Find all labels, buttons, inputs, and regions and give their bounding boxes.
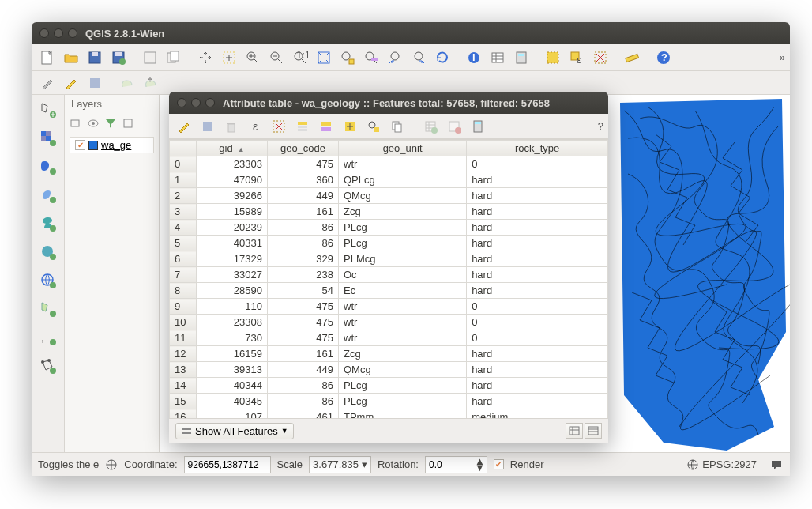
table-row[interactable]: 11730475wtr0 bbox=[170, 330, 608, 346]
table-row[interactable]: 1216159161Zcghard bbox=[170, 346, 608, 362]
cell[interactable]: hard bbox=[467, 220, 608, 236]
cell[interactable]: 329 bbox=[268, 251, 339, 267]
cell[interactable]: 33027 bbox=[197, 267, 268, 283]
cell[interactable]: hard bbox=[467, 251, 608, 267]
cell[interactable]: 110 bbox=[197, 299, 268, 315]
zoom-full-button[interactable] bbox=[313, 47, 335, 69]
attr-deselect-button[interactable] bbox=[269, 116, 289, 137]
zoom-layer-button[interactable] bbox=[360, 47, 382, 69]
cell[interactable]: 40345 bbox=[197, 394, 268, 409]
attr-close-icon[interactable] bbox=[177, 98, 186, 107]
cell[interactable]: TPmm bbox=[339, 409, 467, 420]
table-row[interactable]: 617329329PLMcghard bbox=[170, 251, 608, 267]
zoom-selection-button[interactable] bbox=[336, 47, 359, 69]
new-shapefile-button[interactable] bbox=[36, 297, 60, 321]
identify-button[interactable]: i bbox=[463, 47, 485, 69]
cell[interactable]: Ec bbox=[339, 283, 467, 299]
save-edits-button[interactable] bbox=[84, 72, 106, 94]
window-min-icon[interactable] bbox=[54, 28, 63, 38]
cell[interactable]: 16159 bbox=[197, 346, 268, 362]
add-vector-button[interactable] bbox=[36, 98, 60, 122]
cell[interactable]: PLMcg bbox=[339, 251, 467, 267]
cell[interactable]: 475 bbox=[268, 315, 339, 330]
attr-copy-button[interactable] bbox=[387, 116, 408, 137]
cell[interactable]: 39266 bbox=[197, 188, 268, 204]
form-view-button[interactable] bbox=[585, 423, 602, 439]
cell[interactable]: PLcg bbox=[339, 236, 467, 251]
select-expression-button[interactable]: ε bbox=[566, 47, 588, 69]
help-button[interactable]: ? bbox=[652, 47, 675, 69]
add-oracle-button[interactable] bbox=[36, 240, 60, 264]
render-checkbox[interactable] bbox=[494, 459, 504, 469]
cell[interactable]: Zcg bbox=[339, 346, 467, 362]
zoom-native-button[interactable]: 1:1 bbox=[289, 47, 311, 69]
calculator-button[interactable] bbox=[510, 47, 532, 69]
attr-min-icon[interactable] bbox=[191, 98, 201, 107]
table-row[interactable]: 9110475wtr0 bbox=[170, 299, 608, 315]
cell[interactable]: 161 bbox=[268, 204, 339, 220]
current-edits-button[interactable] bbox=[36, 72, 58, 94]
visibility-icon[interactable] bbox=[87, 117, 100, 130]
cell[interactable]: 475 bbox=[268, 299, 339, 315]
scale-combo[interactable]: 3.677.835▾ bbox=[309, 456, 371, 473]
cell[interactable]: hard bbox=[467, 362, 608, 378]
table-row[interactable]: 54033186PLcghard bbox=[170, 236, 608, 251]
cell[interactable]: 475 bbox=[268, 330, 339, 346]
zoom-next-button[interactable] bbox=[408, 47, 430, 69]
main-titlebar[interactable]: QGIS 2.8.1-Wien bbox=[32, 22, 790, 44]
crs-label[interactable]: EPSG:2927 bbox=[702, 458, 757, 470]
layer-visibility-checkbox[interactable] bbox=[75, 140, 85, 150]
table-view-button[interactable] bbox=[566, 423, 583, 439]
rotation-spinner[interactable]: ▲▼ bbox=[425, 456, 487, 473]
cell[interactable]: QMcg bbox=[339, 362, 467, 378]
cell[interactable]: medium bbox=[467, 409, 608, 420]
table-row[interactable]: 023303475wtr0 bbox=[170, 156, 608, 172]
attr-table-scroll[interactable]: gid▲geo_codegeo_unitrock_type 023303475w… bbox=[169, 139, 608, 419]
move-feature-button[interactable] bbox=[139, 72, 161, 94]
cell[interactable]: 449 bbox=[268, 362, 339, 378]
cell[interactable]: 86 bbox=[268, 378, 339, 394]
cell[interactable]: 40344 bbox=[197, 378, 268, 394]
cell[interactable]: hard bbox=[467, 378, 608, 394]
cell[interactable]: 0 bbox=[467, 315, 608, 330]
cell[interactable]: PLcg bbox=[339, 378, 467, 394]
column-header-geo_unit[interactable]: geo_unit bbox=[339, 141, 467, 156]
crs-icon[interactable] bbox=[686, 458, 699, 471]
toggle-editing-button[interactable] bbox=[60, 72, 82, 94]
cell[interactable]: 15989 bbox=[197, 204, 268, 220]
cell[interactable]: 20239 bbox=[197, 220, 268, 236]
cell[interactable]: wtr bbox=[339, 299, 467, 315]
open-attribute-table-button[interactable] bbox=[487, 47, 509, 69]
row-header[interactable]: 1 bbox=[170, 172, 197, 188]
attr-calculator-button[interactable] bbox=[468, 116, 488, 137]
row-header[interactable]: 15 bbox=[170, 394, 197, 409]
cell[interactable]: hard bbox=[467, 236, 608, 251]
cell[interactable]: 17329 bbox=[197, 251, 268, 267]
cell[interactable]: QMcg bbox=[339, 188, 467, 204]
table-row[interactable]: 42023986PLcghard bbox=[170, 220, 608, 236]
row-number-header[interactable] bbox=[170, 141, 197, 156]
cell[interactable]: wtr bbox=[339, 315, 467, 330]
table-row[interactable]: 315989161Zcghard bbox=[170, 204, 608, 220]
refresh-button[interactable] bbox=[431, 47, 453, 69]
cell[interactable]: 238 bbox=[268, 267, 339, 283]
cell[interactable]: 0 bbox=[467, 156, 608, 172]
table-row[interactable]: 16107461TPmmmedium bbox=[170, 409, 608, 420]
cell[interactable]: hard bbox=[467, 267, 608, 283]
row-header[interactable]: 8 bbox=[170, 283, 197, 299]
row-header[interactable]: 12 bbox=[170, 346, 197, 362]
cell[interactable]: 475 bbox=[268, 156, 339, 172]
add-postgis-button[interactable] bbox=[36, 155, 60, 179]
zoom-out-button[interactable] bbox=[265, 47, 288, 69]
cell[interactable]: Zcg bbox=[339, 204, 467, 220]
cell[interactable]: hard bbox=[467, 172, 608, 188]
show-all-features-button[interactable]: Show All Features ▼ bbox=[175, 423, 294, 439]
row-header[interactable]: 6 bbox=[170, 251, 197, 267]
cell[interactable]: hard bbox=[467, 346, 608, 362]
attr-delete-column-button[interactable] bbox=[444, 116, 464, 137]
cell[interactable]: 54 bbox=[268, 283, 339, 299]
row-header[interactable]: 4 bbox=[170, 220, 197, 236]
column-header-geo_code[interactable]: geo_code bbox=[268, 141, 339, 156]
add-mssql-button[interactable] bbox=[36, 212, 60, 236]
cell[interactable]: 449 bbox=[268, 188, 339, 204]
